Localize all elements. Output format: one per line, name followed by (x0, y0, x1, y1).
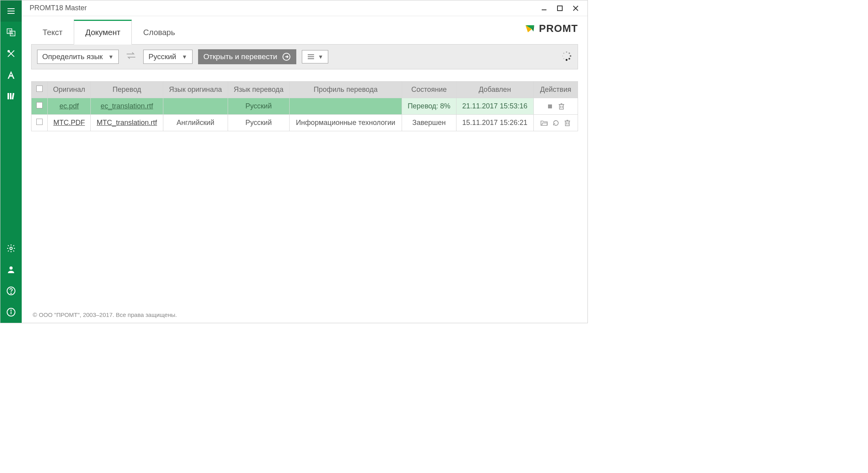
translate-icon[interactable]: 文A (0, 22, 22, 43)
tab-dictionary[interactable]: Словарь (132, 20, 187, 45)
svg-point-7 (8, 50, 9, 52)
target-language-label: Русский (148, 52, 176, 61)
library-icon[interactable] (0, 86, 22, 107)
tabs: Текст Документ Словарь PROMT (31, 16, 578, 45)
loading-spinner-icon (561, 50, 572, 63)
maximize-button[interactable] (552, 0, 568, 16)
svg-point-12 (9, 266, 13, 270)
svg-point-35 (562, 56, 563, 56)
svg-rect-10 (12, 93, 15, 99)
svg-point-14 (11, 293, 11, 294)
row-checkbox[interactable] (36, 119, 43, 125)
svg-rect-37 (548, 104, 552, 108)
minimize-button[interactable] (536, 0, 552, 16)
col-tgt-lang: Язык перевода (228, 82, 289, 98)
open-translate-label: Открыть и перевести (204, 52, 277, 61)
footer-copyright: © ООО "ПРОМТ", 2003–2017. Все права защи… (31, 307, 578, 323)
svg-point-31 (570, 55, 571, 57)
sidebar: 文A (0, 0, 22, 323)
source-language-select[interactable]: Определить язык ▼ (37, 50, 119, 64)
translation-link[interactable]: MTC_translation.rtf (97, 119, 157, 127)
cell-added: 21.11.2017 15:53:16 (456, 98, 533, 115)
row-checkbox[interactable] (36, 102, 43, 108)
titlebar: PROMT18 Master (22, 0, 587, 16)
original-link[interactable]: ec.pdf (60, 102, 79, 110)
svg-point-17 (11, 310, 11, 311)
cell-status: Завершен (402, 115, 456, 131)
cell-status: Перевод: 8% (402, 98, 456, 115)
translation-link[interactable]: ec_translation.rtf (101, 102, 153, 110)
svg-point-30 (569, 52, 570, 54)
cell-profile (289, 98, 402, 115)
col-translation: Перевод (91, 82, 163, 98)
col-profile: Профиль перевода (289, 82, 402, 98)
col-status: Состояние (402, 82, 456, 98)
source-language-label: Определить язык (42, 52, 103, 61)
svg-rect-43 (565, 121, 569, 126)
col-actions: Действия (533, 82, 578, 98)
open-translate-button[interactable]: Открыть и перевести (198, 49, 296, 64)
folder-open-icon[interactable] (541, 120, 548, 126)
stop-icon[interactable] (547, 103, 553, 110)
original-link[interactable]: MTC.PDF (53, 119, 85, 127)
svg-rect-8 (7, 93, 9, 99)
table-row[interactable]: MTC.PDF MTC_translation.rtf Английский Р… (32, 115, 578, 131)
svg-rect-9 (10, 93, 11, 99)
tab-document[interactable]: Документ (74, 20, 132, 45)
svg-point-29 (566, 52, 567, 53)
svg-rect-38 (559, 104, 563, 109)
tools-icon[interactable] (0, 43, 22, 64)
svg-point-11 (10, 247, 12, 250)
swap-languages-icon[interactable] (124, 52, 138, 62)
settings-icon[interactable] (0, 238, 22, 259)
svg-rect-19 (557, 6, 562, 11)
svg-point-34 (563, 58, 565, 60)
documents-table: Оригинал Перевод Язык оригинала Язык пер… (31, 81, 578, 131)
col-src-lang: Язык оригинала (163, 82, 228, 98)
col-added: Добавлен (456, 82, 533, 98)
cell-tgt-lang: Русский (228, 98, 289, 115)
window-title: PROMT18 Master (30, 4, 536, 12)
menu-icon[interactable] (0, 0, 22, 22)
user-icon[interactable] (0, 259, 22, 280)
tab-text[interactable]: Текст (31, 20, 74, 45)
target-language-select[interactable]: Русский ▼ (143, 50, 192, 64)
select-all-checkbox[interactable] (36, 86, 43, 92)
svg-rect-18 (542, 9, 546, 10)
svg-text:A: A (11, 32, 14, 35)
svg-point-36 (563, 53, 565, 54)
close-button[interactable] (568, 0, 584, 16)
cell-tgt-lang: Русский (228, 115, 289, 131)
chevron-down-icon: ▼ (182, 54, 187, 60)
cell-added: 15.11.2017 15:26:21 (456, 115, 533, 131)
trash-icon[interactable] (558, 103, 565, 110)
cell-profile: Информационные технологии (289, 115, 402, 131)
help-icon[interactable] (0, 280, 22, 302)
table-row[interactable]: ec.pdf ec_translation.rtf Русский Перево… (32, 98, 578, 115)
list-options-button[interactable]: ▼ (302, 50, 329, 63)
trash-icon[interactable] (564, 119, 571, 127)
svg-point-33 (566, 59, 568, 61)
chevron-down-icon: ▼ (108, 54, 114, 60)
brand-text: PROMT (539, 22, 578, 35)
cell-src-lang (163, 98, 228, 115)
font-icon[interactable] (0, 64, 22, 86)
chevron-down-icon: ▼ (318, 54, 324, 60)
col-original: Оригинал (48, 82, 91, 98)
cell-src-lang: Английский (163, 115, 228, 131)
svg-text:文: 文 (8, 30, 11, 33)
refresh-icon[interactable] (553, 120, 559, 126)
brand-logo: PROMT (524, 22, 578, 35)
toolbar: Определить язык ▼ Русский ▼ Открыть и пе… (31, 44, 578, 69)
info-icon[interactable] (0, 302, 22, 323)
svg-point-32 (569, 58, 570, 60)
